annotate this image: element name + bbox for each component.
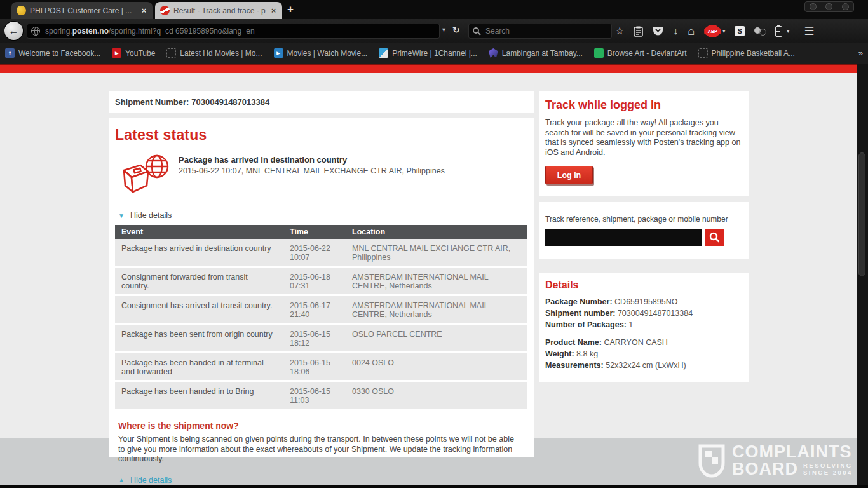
search-icon xyxy=(709,232,720,243)
home-icon[interactable]: ⌂ xyxy=(688,25,695,37)
detail-value: CARRYON CASH xyxy=(604,338,667,347)
url-text-domain: posten.no xyxy=(72,27,109,36)
shipment-number-value: 70300491487013384 xyxy=(191,97,269,107)
event-date: 2015-06-15 xyxy=(290,387,330,396)
posten-favicon xyxy=(160,6,170,15)
bookmarks-panel-icon[interactable] xyxy=(634,26,643,37)
maximize-button[interactable] xyxy=(825,3,832,10)
tab-track-trace[interactable]: Result - Track and trace - p... × xyxy=(155,2,282,19)
new-tab-button[interactable]: + xyxy=(287,3,294,16)
table-row: Package has been sent from origin countr… xyxy=(115,324,527,353)
detail-field: Measurements: 52x32x24 cm (LxWxH) xyxy=(545,361,742,370)
bookmark-youtube[interactable]: ▶ YouTube xyxy=(112,48,155,58)
time-cell: 2015-06-1518:06 xyxy=(283,353,346,381)
tab-close-icon[interactable]: × xyxy=(140,6,147,15)
event-time: 10:07 xyxy=(290,253,339,262)
bookmarks-overflow-icon[interactable]: » xyxy=(858,48,863,58)
login-button[interactable]: Log in xyxy=(545,166,593,184)
bookmark-label: Lambingan at Tambay... xyxy=(502,49,583,58)
event-cell: Consignment has arrived at transit count… xyxy=(115,295,283,324)
shipment-number-bar: Shipment Number: 70300491487013384 xyxy=(109,91,534,113)
bookmark-facebook[interactable]: f Welcome to Facebook... xyxy=(5,48,100,58)
posten-red-band xyxy=(0,64,857,73)
time-cell: 2015-06-1807:31 xyxy=(283,267,346,295)
url-dropdown-icon[interactable]: ▼ xyxy=(441,27,447,33)
adblock-icon[interactable]: ABP xyxy=(704,25,721,37)
detail-value: CD659195895NO xyxy=(614,297,677,306)
tab-phlpost[interactable]: PHLPOST Customer Care | ... × xyxy=(11,2,153,19)
detail-label: Shipment number: xyxy=(545,309,615,318)
close-button[interactable] xyxy=(842,3,849,10)
scrollbar-thumb[interactable] xyxy=(858,152,865,276)
pocket-icon[interactable] xyxy=(653,26,663,36)
event-date: 2015-06-18 xyxy=(290,273,330,281)
browser-search[interactable] xyxy=(468,24,612,39)
adblock-caret-icon[interactable]: ▾ xyxy=(722,29,725,34)
bookmark-label: Movies | Watch Movie... xyxy=(287,49,368,58)
status-meta-text: 2015-06-22 10:07, MNL CENTRAL MAIL EXCHA… xyxy=(179,166,445,175)
track-search-button[interactable] xyxy=(705,229,724,246)
event-time: 07:31 xyxy=(290,281,339,290)
detail-label: Product Name: xyxy=(545,338,602,347)
table-row: Package has been handed in to Bring 2015… xyxy=(115,381,527,410)
location-cell: AMSTERDAM INTERNATIONAL MAIL CENTRE, Net… xyxy=(346,295,527,324)
deviantart-icon xyxy=(594,48,604,58)
bookmarks-bar: f Welcome to Facebook... ▶ YouTube Lates… xyxy=(0,43,868,64)
bookmark-lambingan[interactable]: Lambingan at Tambay... xyxy=(489,48,583,58)
url-input[interactable]: sporing.posten.no/sporing.html?q=cd 6591… xyxy=(27,24,440,39)
location-cell: MNL CENTRAL MAIL EXCHANGE CTR AIR, Phili… xyxy=(346,239,527,267)
bookmark-movies[interactable]: ▶ Movies | Watch Movie... xyxy=(274,48,368,58)
play-icon: ▶ xyxy=(274,48,283,58)
back-button[interactable]: ← xyxy=(4,22,23,40)
primewire-icon xyxy=(379,48,388,58)
table-header-row: Event Time Location xyxy=(115,225,527,239)
event-cell: Package has arrived in destination count… xyxy=(115,239,283,267)
track-search-panel: Track reference, shipment, package or mo… xyxy=(539,202,749,259)
search-icon xyxy=(473,27,481,36)
detail-value: 52x32x24 cm (LxWxH) xyxy=(606,361,686,370)
hide-details-label: Hide details xyxy=(130,211,172,220)
detail-value: 1 xyxy=(628,320,633,329)
watermark-tag-1: RESOLVING xyxy=(803,462,853,469)
latest-status-panel: Latest status xyxy=(109,118,534,458)
extension-dots-icon[interactable] xyxy=(754,27,766,36)
hide-details-toggle-bottom[interactable]: ▲ Hide details xyxy=(118,476,527,485)
track-logged-in-heading: Track while logged in xyxy=(545,98,741,112)
battery-caret-icon[interactable]: ▾ xyxy=(787,29,789,34)
column-header-location: Location xyxy=(346,225,527,239)
tab-title: PHLPOST Customer Care | ... xyxy=(30,6,137,15)
track-search-input[interactable] xyxy=(545,229,702,246)
placeholder-favicon-icon xyxy=(698,48,708,58)
bookmark-philippine-basketball[interactable]: Philippine Basketball A... xyxy=(698,48,795,58)
time-cell: 2015-06-1518:12 xyxy=(283,324,346,353)
bookmark-label: Browse Art - DeviantArt xyxy=(607,49,687,58)
hide-details-toggle-top[interactable]: ▼ Hide details xyxy=(118,211,527,220)
bookmark-label: Philippine Basketball A... xyxy=(712,49,795,58)
latest-status-heading: Latest status xyxy=(115,126,527,144)
extension-battery-icon[interactable] xyxy=(775,26,782,37)
track-logged-in-body: Track your package all the way! All pack… xyxy=(545,118,741,158)
tab-close-icon[interactable]: × xyxy=(270,6,277,15)
bookmark-label: Latest Hd Movies | Mo... xyxy=(180,49,262,58)
details-panel: Details Package Number: CD659195895NO Sh… xyxy=(539,273,749,382)
minimize-button[interactable] xyxy=(810,3,817,10)
bookmark-primewire[interactable]: PrimeWire | 1Channel |... xyxy=(379,48,477,58)
watermark-title-1: COMPLAINTS xyxy=(732,444,853,461)
table-row: Consignment has arrived at transit count… xyxy=(115,295,527,324)
event-date: 2015-06-22 xyxy=(290,244,330,253)
event-time: 11:03 xyxy=(290,396,339,405)
bookmark-label: YouTube xyxy=(125,49,155,58)
search-input[interactable] xyxy=(485,27,600,36)
extension-s-icon[interactable]: S xyxy=(735,26,745,36)
bookmark-latest-hd-movies[interactable]: Latest Hd Movies | Mo... xyxy=(166,48,262,58)
track-search-label: Track reference, shipment, package or mo… xyxy=(545,215,742,224)
downloads-icon[interactable]: ↓ xyxy=(673,26,678,36)
location-cell: AMSTERDAM INTERNATIONAL MAIL CENTRE, Net… xyxy=(346,267,527,295)
reload-icon[interactable]: ↻ xyxy=(452,25,460,35)
bookmark-deviantart[interactable]: Browse Art - DeviantArt xyxy=(594,48,687,58)
browser-navbar: ← sporing.posten.no/sporing.html?q=cd 65… xyxy=(0,19,868,43)
menu-icon[interactable]: ☰ xyxy=(804,25,814,37)
shipment-number-label: Shipment Number: xyxy=(115,97,189,107)
bookmark-star-icon[interactable]: ☆ xyxy=(615,26,624,36)
scrollbar-track[interactable] xyxy=(857,64,868,485)
